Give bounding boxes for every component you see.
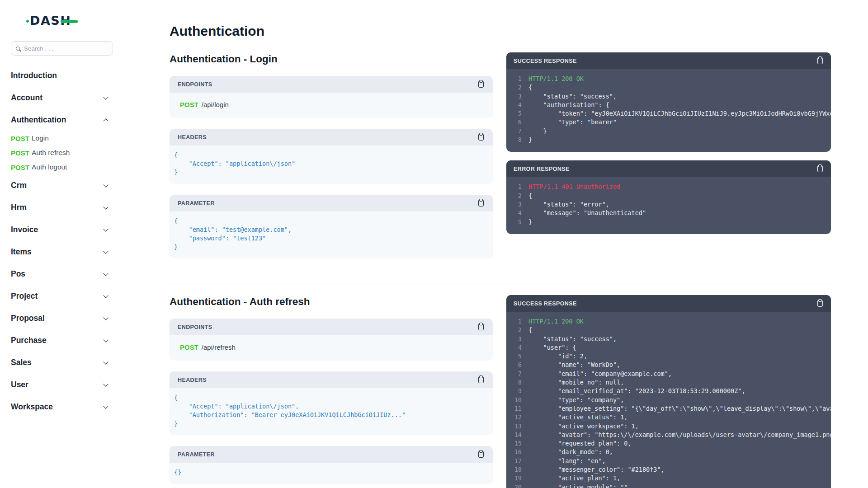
chevron-icon: [103, 226, 108, 231]
method-badge: POST: [11, 164, 32, 171]
sidebar-item[interactable]: User: [11, 374, 108, 396]
sidebar-item[interactable]: Pos: [11, 263, 108, 285]
sidebar-item[interactable]: Sales: [11, 352, 108, 374]
code-line: "email": "test@example.com",: [174, 225, 488, 234]
sidebar-subitem[interactable]: POST Auth refresh: [11, 145, 108, 160]
line-text: "type": "company",: [528, 396, 624, 404]
panel-header: SUCCESS RESPONSE: [506, 295, 831, 312]
copy-button[interactable]: [816, 299, 824, 308]
line-text: }: [528, 127, 547, 136]
copy-button[interactable]: [477, 450, 485, 459]
sidebar-item[interactable]: Account: [11, 87, 108, 109]
code-line: 16 "dark_mode": 0,: [506, 448, 831, 456]
line-number: 19: [506, 474, 522, 483]
endpoint-row: POST /api/login: [170, 93, 493, 117]
line-number: 6: [506, 118, 522, 127]
code-line: 1 HTTP/1.1 401 Unauthorized: [506, 183, 831, 191]
sidebar-item[interactable]: Items: [11, 241, 108, 263]
line-number: 1: [506, 317, 522, 326]
line-number: 4: [506, 343, 522, 352]
line-number: 17: [506, 457, 522, 465]
line-number: 7: [506, 370, 522, 378]
card-header: PARAMETER: [170, 446, 493, 463]
code-line: 4 "authorisation": {: [506, 101, 831, 109]
endpoint-row: POST /api/refresh: [170, 335, 493, 360]
request-column: Authentication - Auth refresh ENDPOINTS …: [170, 295, 493, 488]
search-input[interactable]: [24, 45, 108, 52]
code-block: {}: [170, 463, 493, 483]
section-heading: Authentication - Login: [170, 53, 493, 65]
code-line: 6 "name": "WorkDo",: [506, 361, 831, 369]
sidebar-subitem[interactable]: POST Login: [11, 131, 108, 145]
line-number: 9: [506, 387, 522, 395]
code-line: {: [174, 394, 488, 402]
code-line: 10 "type": "company",: [506, 396, 831, 404]
sidebar-item[interactable]: Invoice: [11, 219, 108, 241]
success-response-panel: SUCCESS RESPONSE 1 HTTP/1.1 200 OK 2 {: [506, 295, 831, 488]
line-text: HTTP/1.1 200 OK: [528, 75, 584, 83]
error-response-panel: ERROR RESPONSE 1 HTTP/1.1 401 Unauthoriz…: [506, 160, 831, 234]
code-line: }: [174, 168, 488, 177]
copy-button[interactable]: [477, 323, 485, 331]
clipboard-icon: [478, 134, 484, 141]
sidebar-item[interactable]: Project: [11, 285, 108, 307]
code-block: { "Accept": "application\/json" }: [170, 145, 493, 183]
card-header: HEADERS: [170, 129, 493, 145]
endpoints-card: ENDPOINTS POST /api/login: [170, 76, 493, 117]
line-text: "authorisation": {: [528, 101, 609, 109]
line-text: "requested_plan": 0,: [528, 439, 632, 448]
copy-button[interactable]: [816, 164, 824, 173]
copy-button[interactable]: [477, 375, 485, 384]
sidebar-item[interactable]: Purchase: [11, 329, 108, 352]
sidebar-group: User: [11, 374, 108, 396]
code-line: "Accept": "application\/json",: [174, 402, 488, 411]
code-line: 8 }: [506, 136, 831, 144]
code-line: 1 HTTP/1.1 200 OK: [506, 75, 831, 83]
sidebar-item[interactable]: Proposal: [11, 307, 108, 329]
line-text: "status": "success",: [528, 335, 617, 343]
code-block: 1 HTTP/1.1 200 OK 2 { 3 "status": "succe…: [506, 69, 831, 152]
line-text: HTTP/1.1 401 Unauthorized: [528, 183, 620, 191]
copy-button[interactable]: [477, 199, 485, 207]
sidebar-item[interactable]: Hrm: [11, 197, 108, 219]
panel-title: ERROR RESPONSE: [514, 166, 570, 172]
sidebar-item-label: Workspace: [11, 402, 53, 412]
sidebar-item[interactable]: Crm: [11, 174, 108, 197]
sidebar-item-label: Account: [11, 93, 42, 103]
sidebar-item[interactable]: Introduction: [11, 65, 108, 87]
code-line: 4 "message": "Unauthenticated": [506, 209, 831, 217]
app-logo: DASH: [30, 14, 102, 28]
copy-button[interactable]: [477, 80, 485, 89]
line-text: {: [528, 326, 532, 334]
code-line: "Accept": "application\/json": [174, 160, 488, 168]
sidebar-group: Crm: [11, 174, 108, 197]
clipboard-icon: [478, 81, 484, 88]
sidebar-item[interactable]: Workspace: [11, 396, 108, 418]
card-header: PARAMETER: [170, 195, 493, 211]
code-line: 3 "status": "success",: [506, 335, 831, 343]
panel-header: SUCCESS RESPONSE: [506, 52, 831, 69]
line-number: 18: [506, 465, 522, 474]
code-block: { "Accept": "application\/json", "Author…: [170, 388, 493, 434]
card-title: PARAMETER: [178, 451, 215, 458]
success-response-panel: SUCCESS RESPONSE 1 HTTP/1.1 200 OK 2 {: [506, 52, 831, 152]
sidebar-subitem[interactable]: POST Auth logout: [11, 160, 108, 174]
line-text: "active_status": 1,: [528, 413, 627, 422]
code-line: 11 "employee_setting": "{\"day_off\":\"s…: [506, 404, 831, 413]
sidebar-subitem-label: Auth logout: [32, 163, 67, 171]
sidebar-group: Items: [11, 241, 108, 263]
line-text: "user": {: [528, 343, 576, 352]
line-text: "name": "WorkDo",: [528, 361, 620, 369]
copy-button[interactable]: [477, 133, 485, 141]
code-line: "password": "test123": [174, 234, 488, 243]
code-line: 3 "status": "success",: [506, 92, 831, 101]
card-title: HEADERS: [178, 377, 207, 383]
code-line: 12 "active_status": 1,: [506, 413, 831, 422]
code-line: 2 {: [506, 192, 831, 200]
code-line: {: [174, 217, 488, 225]
clipboard-icon: [478, 376, 484, 383]
sidebar-group: Invoice: [11, 219, 108, 241]
copy-button[interactable]: [816, 56, 824, 65]
chevron-icon: [103, 337, 108, 342]
sidebar-item[interactable]: Authentication: [11, 109, 108, 131]
